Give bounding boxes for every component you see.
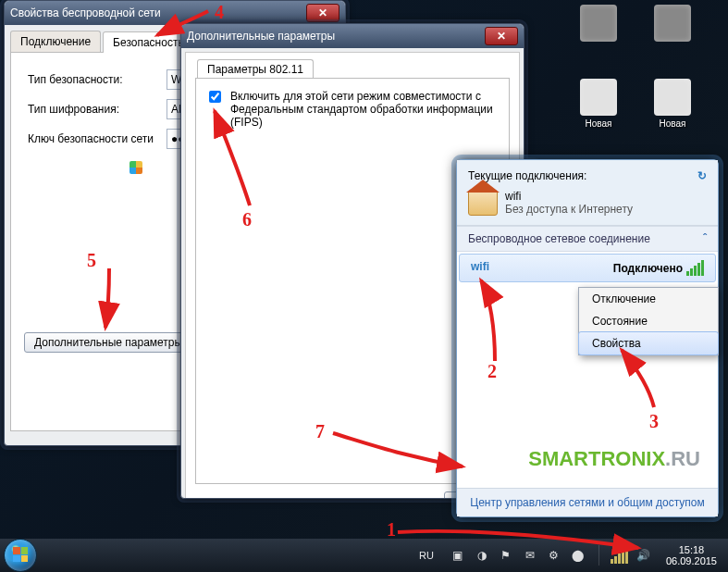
home-network-icon: [468, 190, 498, 216]
tray-icon[interactable]: ⬤: [571, 548, 586, 563]
tab-connection[interactable]: Подключение: [10, 31, 101, 52]
start-button[interactable]: [4, 539, 37, 572]
desktop-icon[interactable]: [645, 5, 700, 44]
shield-icon: [130, 161, 142, 174]
window-title: Свойства беспроводной сети: [10, 6, 306, 19]
menu-status[interactable]: Состояние: [579, 310, 718, 332]
fips-checkbox[interactable]: [209, 91, 221, 103]
signal-icon: [686, 260, 704, 276]
network-context-menu: Отключение Состояние Свойства: [578, 287, 719, 355]
tray-icon[interactable]: ◑: [475, 548, 489, 563]
current-status: Без доступа к Интернету: [505, 203, 633, 216]
advanced-params-button[interactable]: Дополнительные параметры: [24, 332, 192, 353]
network-row[interactable]: wifi Подключено: [459, 254, 716, 282]
tray-icon[interactable]: ✉: [523, 548, 537, 563]
tray-icon[interactable]: ▣: [450, 548, 465, 563]
desktop-icon[interactable]: Новая: [645, 79, 700, 129]
network-state: Подключено: [613, 262, 683, 275]
label-security-key: Ключ безопасности сети: [28, 132, 167, 145]
desktop-icon[interactable]: [571, 5, 626, 44]
tray-icon[interactable]: ⚙: [547, 548, 561, 563]
label-encryption-type: Тип шифрования:: [28, 103, 167, 116]
network-tray-icon[interactable]: [612, 548, 627, 563]
menu-properties[interactable]: Свойства: [578, 331, 719, 355]
desktop-icon[interactable]: Новая: [571, 79, 626, 129]
taskbar-clock[interactable]: 15:18 06.09.2015: [660, 544, 722, 566]
wireless-section-header[interactable]: Беспроводное сетевое соединение ˆ: [457, 226, 718, 252]
current-ssid: wifi: [505, 190, 633, 203]
network-name: wifi: [471, 260, 489, 276]
refresh-icon[interactable]: ↻: [697, 169, 707, 182]
language-indicator[interactable]: RU: [419, 550, 434, 561]
network-center-link[interactable]: Центр управления сетями и общим доступом: [457, 488, 718, 516]
close-icon[interactable]: ✕: [485, 27, 518, 45]
volume-tray-icon[interactable]: 🔊: [636, 548, 651, 563]
windows-flag-icon: [13, 547, 28, 562]
close-icon[interactable]: ✕: [306, 4, 339, 22]
tray-icon[interactable]: ⚑: [499, 548, 513, 563]
taskbar[interactable]: RU ▣ ◑ ⚑ ✉ ⚙ ⬤ 🔊 15:18 06.09.2015: [0, 539, 728, 572]
window-title: Дополнительные параметры: [187, 30, 485, 43]
label-security-type: Тип безопасности:: [28, 73, 167, 86]
chevron-up-icon: ˆ: [703, 232, 707, 245]
fips-label: Включить для этой сети режим совместимос…: [230, 90, 500, 129]
tab-80211[interactable]: Параметры 802.11: [197, 59, 314, 79]
menu-disconnect[interactable]: Отключение: [579, 288, 718, 310]
titlebar[interactable]: Дополнительные параметры ✕: [181, 24, 524, 48]
titlebar[interactable]: Свойства беспроводной сети ✕: [5, 1, 345, 25]
